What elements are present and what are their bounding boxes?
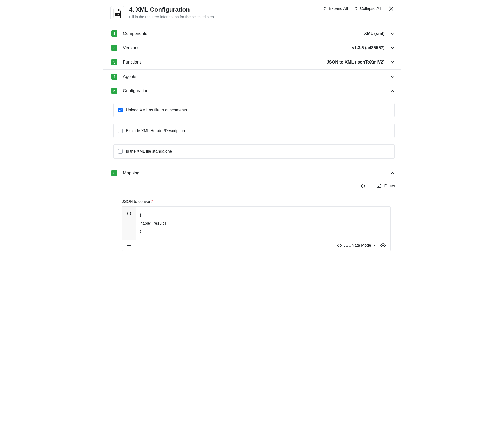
add-button[interactable]	[127, 243, 131, 248]
header-titles: 4. XML Configuration Fill in the require…	[129, 6, 319, 19]
section-mapping[interactable]: 6 Mapping	[103, 166, 401, 180]
collapse-icon	[354, 7, 358, 11]
option-standalone[interactable]: Is the XML file standalone	[113, 144, 395, 159]
section-agents[interactable]: 4 Agents	[103, 70, 401, 84]
svg-point-8	[382, 245, 384, 246]
section-components[interactable]: 1 Components XML (xml)	[103, 26, 401, 41]
svg-rect-7	[379, 187, 380, 188]
section-label: Agents	[123, 74, 390, 79]
section-value: v1.3.5 (a485557)	[352, 45, 385, 50]
section-value: XML (xml)	[364, 31, 385, 36]
section-label: Components	[123, 31, 364, 36]
close-icon	[389, 6, 394, 11]
section-label: Versions	[123, 45, 352, 50]
option-exclude-header[interactable]: Exclude XML Header/Description	[113, 124, 395, 138]
xml-file-icon: XML	[110, 6, 124, 20]
svg-rect-5	[380, 184, 381, 185]
checkbox[interactable]	[118, 149, 123, 154]
collapse-all-button[interactable]: Collapse All	[354, 6, 381, 11]
chevron-up-icon	[390, 171, 395, 175]
close-button[interactable]	[388, 6, 395, 11]
section-value: JSON to XML (jsonToXmlV2)	[327, 60, 385, 65]
chevron-down-icon	[390, 74, 395, 79]
option-upload-xml[interactable]: Upload XML as file to attachments	[113, 103, 395, 117]
svg-text:XML: XML	[115, 14, 119, 16]
expand-icon	[323, 7, 327, 11]
chevron-down-icon	[390, 60, 395, 65]
step-number-badge: 5	[111, 88, 117, 94]
section-label: Mapping	[123, 171, 390, 176]
code-icon	[361, 184, 366, 188]
section-configuration[interactable]: 5 Configuration	[103, 84, 401, 98]
caret-down-icon	[373, 245, 376, 246]
code-gutter: { }	[122, 207, 136, 240]
code-content[interactable]: { "table": result[] }	[136, 207, 390, 240]
step-config-panel: XML 4. XML Configuration Fill in the req…	[103, 0, 401, 254]
checkbox[interactable]	[118, 108, 123, 112]
step-number-badge: 6	[111, 170, 117, 176]
svg-rect-6	[378, 186, 379, 187]
option-label: Is the XML file standalone	[126, 149, 172, 154]
eye-icon	[380, 243, 386, 247]
step-number-badge: 1	[111, 30, 117, 37]
section-versions[interactable]: 2 Versions v1.3.5 (a485557)	[103, 41, 401, 55]
sliders-icon	[377, 184, 382, 188]
panel-header: XML 4. XML Configuration Fill in the req…	[103, 0, 401, 26]
configuration-body: Upload XML as file to attachments Exclud…	[103, 98, 401, 166]
panel-title: 4. XML Configuration	[129, 6, 319, 13]
chevron-down-icon	[390, 31, 395, 36]
field-label: JSON to convert*	[122, 199, 391, 204]
step-number-badge: 2	[111, 45, 117, 51]
braces-icon: { }	[127, 211, 131, 216]
section-label: Configuration	[123, 88, 390, 93]
section-label: Functions	[123, 60, 327, 65]
code-footer: JSONata Mode	[122, 240, 390, 251]
filters-button[interactable]: Filters	[371, 180, 401, 192]
section-functions[interactable]: 3 Functions JSON to XML (jsonToXmlV2)	[103, 55, 401, 70]
panel-subtitle: Fill in the required information for the…	[129, 15, 319, 19]
code-icon	[337, 244, 342, 247]
header-actions: Expand All Collapse All	[323, 6, 395, 11]
step-number-badge: 3	[111, 59, 117, 65]
jsonata-mode-button[interactable]: JSONata Mode	[337, 243, 376, 248]
code-view-button[interactable]	[355, 180, 371, 192]
option-label: Exclude XML Header/Description	[126, 129, 185, 133]
plus-icon	[127, 243, 131, 248]
required-asterisk: *	[151, 199, 153, 204]
mapping-toolbar: Filters	[103, 180, 401, 192]
checkbox[interactable]	[118, 129, 123, 133]
step-number-badge: 4	[111, 74, 117, 80]
chevron-down-icon	[390, 46, 395, 50]
chevron-up-icon	[390, 89, 395, 93]
mapping-body: JSON to convert* { } { "table": result[]…	[103, 192, 401, 254]
option-label: Upload XML as file to attachments	[126, 108, 187, 112]
expand-all-button[interactable]: Expand All	[323, 6, 348, 11]
preview-button[interactable]	[380, 243, 386, 247]
code-editor: { } { "table": result[] } JSONata Mode	[122, 206, 391, 251]
